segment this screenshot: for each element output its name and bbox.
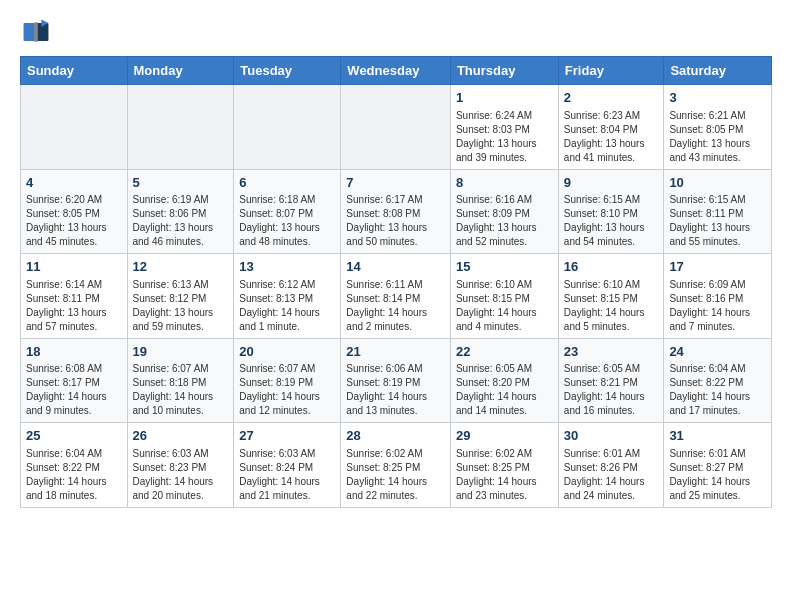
week-row-5: 25Sunrise: 6:04 AM Sunset: 8:22 PM Dayli… — [21, 423, 772, 508]
weekday-header-row: SundayMondayTuesdayWednesdayThursdayFrid… — [21, 57, 772, 85]
calendar-cell: 8Sunrise: 6:16 AM Sunset: 8:09 PM Daylig… — [450, 169, 558, 254]
svg-rect-3 — [34, 22, 38, 42]
day-number: 23 — [564, 343, 659, 361]
day-number: 16 — [564, 258, 659, 276]
weekday-saturday: Saturday — [664, 57, 772, 85]
day-info: Sunrise: 6:04 AM Sunset: 8:22 PM Dayligh… — [669, 362, 766, 418]
calendar-cell: 30Sunrise: 6:01 AM Sunset: 8:26 PM Dayli… — [558, 423, 664, 508]
day-info: Sunrise: 6:03 AM Sunset: 8:23 PM Dayligh… — [133, 447, 229, 503]
calendar-cell: 25Sunrise: 6:04 AM Sunset: 8:22 PM Dayli… — [21, 423, 128, 508]
day-number: 6 — [239, 174, 335, 192]
calendar-cell: 13Sunrise: 6:12 AM Sunset: 8:13 PM Dayli… — [234, 254, 341, 339]
calendar-cell: 23Sunrise: 6:05 AM Sunset: 8:21 PM Dayli… — [558, 338, 664, 423]
day-info: Sunrise: 6:18 AM Sunset: 8:07 PM Dayligh… — [239, 193, 335, 249]
day-number: 1 — [456, 89, 553, 107]
calendar-cell: 2Sunrise: 6:23 AM Sunset: 8:04 PM Daylig… — [558, 85, 664, 170]
calendar-cell — [234, 85, 341, 170]
day-number: 4 — [26, 174, 122, 192]
day-number: 30 — [564, 427, 659, 445]
day-number: 24 — [669, 343, 766, 361]
calendar-cell: 5Sunrise: 6:19 AM Sunset: 8:06 PM Daylig… — [127, 169, 234, 254]
day-info: Sunrise: 6:03 AM Sunset: 8:24 PM Dayligh… — [239, 447, 335, 503]
page: SundayMondayTuesdayWednesdayThursdayFrid… — [0, 0, 792, 524]
day-info: Sunrise: 6:24 AM Sunset: 8:03 PM Dayligh… — [456, 109, 553, 165]
calendar-cell: 22Sunrise: 6:05 AM Sunset: 8:20 PM Dayli… — [450, 338, 558, 423]
day-number: 12 — [133, 258, 229, 276]
week-row-2: 4Sunrise: 6:20 AM Sunset: 8:05 PM Daylig… — [21, 169, 772, 254]
day-info: Sunrise: 6:06 AM Sunset: 8:19 PM Dayligh… — [346, 362, 445, 418]
week-row-4: 18Sunrise: 6:08 AM Sunset: 8:17 PM Dayli… — [21, 338, 772, 423]
day-number: 22 — [456, 343, 553, 361]
weekday-wednesday: Wednesday — [341, 57, 451, 85]
day-info: Sunrise: 6:09 AM Sunset: 8:16 PM Dayligh… — [669, 278, 766, 334]
calendar-cell: 19Sunrise: 6:07 AM Sunset: 8:18 PM Dayli… — [127, 338, 234, 423]
day-number: 2 — [564, 89, 659, 107]
weekday-thursday: Thursday — [450, 57, 558, 85]
day-number: 20 — [239, 343, 335, 361]
day-info: Sunrise: 6:16 AM Sunset: 8:09 PM Dayligh… — [456, 193, 553, 249]
day-info: Sunrise: 6:23 AM Sunset: 8:04 PM Dayligh… — [564, 109, 659, 165]
day-number: 8 — [456, 174, 553, 192]
calendar-cell: 7Sunrise: 6:17 AM Sunset: 8:08 PM Daylig… — [341, 169, 451, 254]
calendar-cell: 21Sunrise: 6:06 AM Sunset: 8:19 PM Dayli… — [341, 338, 451, 423]
day-info: Sunrise: 6:05 AM Sunset: 8:21 PM Dayligh… — [564, 362, 659, 418]
day-number: 28 — [346, 427, 445, 445]
calendar-cell: 24Sunrise: 6:04 AM Sunset: 8:22 PM Dayli… — [664, 338, 772, 423]
day-info: Sunrise: 6:07 AM Sunset: 8:19 PM Dayligh… — [239, 362, 335, 418]
day-info: Sunrise: 6:10 AM Sunset: 8:15 PM Dayligh… — [564, 278, 659, 334]
calendar-cell: 1Sunrise: 6:24 AM Sunset: 8:03 PM Daylig… — [450, 85, 558, 170]
day-info: Sunrise: 6:10 AM Sunset: 8:15 PM Dayligh… — [456, 278, 553, 334]
calendar-cell: 28Sunrise: 6:02 AM Sunset: 8:25 PM Dayli… — [341, 423, 451, 508]
day-number: 7 — [346, 174, 445, 192]
day-number: 14 — [346, 258, 445, 276]
day-number: 3 — [669, 89, 766, 107]
day-number: 18 — [26, 343, 122, 361]
day-number: 5 — [133, 174, 229, 192]
calendar-cell: 16Sunrise: 6:10 AM Sunset: 8:15 PM Dayli… — [558, 254, 664, 339]
day-number: 27 — [239, 427, 335, 445]
calendar-cell: 17Sunrise: 6:09 AM Sunset: 8:16 PM Dayli… — [664, 254, 772, 339]
day-number: 17 — [669, 258, 766, 276]
calendar-cell: 10Sunrise: 6:15 AM Sunset: 8:11 PM Dayli… — [664, 169, 772, 254]
calendar-cell: 12Sunrise: 6:13 AM Sunset: 8:12 PM Dayli… — [127, 254, 234, 339]
day-number: 25 — [26, 427, 122, 445]
weekday-sunday: Sunday — [21, 57, 128, 85]
calendar-cell — [341, 85, 451, 170]
weekday-tuesday: Tuesday — [234, 57, 341, 85]
calendar-cell: 26Sunrise: 6:03 AM Sunset: 8:23 PM Dayli… — [127, 423, 234, 508]
day-info: Sunrise: 6:17 AM Sunset: 8:08 PM Dayligh… — [346, 193, 445, 249]
day-info: Sunrise: 6:15 AM Sunset: 8:11 PM Dayligh… — [669, 193, 766, 249]
week-row-1: 1Sunrise: 6:24 AM Sunset: 8:03 PM Daylig… — [21, 85, 772, 170]
calendar-cell — [127, 85, 234, 170]
day-info: Sunrise: 6:04 AM Sunset: 8:22 PM Dayligh… — [26, 447, 122, 503]
header — [20, 16, 772, 48]
day-number: 13 — [239, 258, 335, 276]
svg-rect-1 — [24, 23, 36, 41]
day-number: 21 — [346, 343, 445, 361]
day-info: Sunrise: 6:19 AM Sunset: 8:06 PM Dayligh… — [133, 193, 229, 249]
calendar-cell: 27Sunrise: 6:03 AM Sunset: 8:24 PM Dayli… — [234, 423, 341, 508]
day-info: Sunrise: 6:12 AM Sunset: 8:13 PM Dayligh… — [239, 278, 335, 334]
day-info: Sunrise: 6:20 AM Sunset: 8:05 PM Dayligh… — [26, 193, 122, 249]
day-number: 31 — [669, 427, 766, 445]
day-number: 10 — [669, 174, 766, 192]
calendar-table: SundayMondayTuesdayWednesdayThursdayFrid… — [20, 56, 772, 508]
calendar-cell: 31Sunrise: 6:01 AM Sunset: 8:27 PM Dayli… — [664, 423, 772, 508]
logo — [20, 16, 56, 48]
day-info: Sunrise: 6:21 AM Sunset: 8:05 PM Dayligh… — [669, 109, 766, 165]
day-number: 11 — [26, 258, 122, 276]
calendar-cell: 4Sunrise: 6:20 AM Sunset: 8:05 PM Daylig… — [21, 169, 128, 254]
calendar-cell: 15Sunrise: 6:10 AM Sunset: 8:15 PM Dayli… — [450, 254, 558, 339]
day-info: Sunrise: 6:13 AM Sunset: 8:12 PM Dayligh… — [133, 278, 229, 334]
weekday-friday: Friday — [558, 57, 664, 85]
weekday-monday: Monday — [127, 57, 234, 85]
day-number: 26 — [133, 427, 229, 445]
day-info: Sunrise: 6:02 AM Sunset: 8:25 PM Dayligh… — [346, 447, 445, 503]
day-info: Sunrise: 6:14 AM Sunset: 8:11 PM Dayligh… — [26, 278, 122, 334]
calendar-cell: 20Sunrise: 6:07 AM Sunset: 8:19 PM Dayli… — [234, 338, 341, 423]
calendar-cell: 6Sunrise: 6:18 AM Sunset: 8:07 PM Daylig… — [234, 169, 341, 254]
week-row-3: 11Sunrise: 6:14 AM Sunset: 8:11 PM Dayli… — [21, 254, 772, 339]
day-info: Sunrise: 6:02 AM Sunset: 8:25 PM Dayligh… — [456, 447, 553, 503]
logo-icon — [20, 16, 52, 48]
day-info: Sunrise: 6:01 AM Sunset: 8:26 PM Dayligh… — [564, 447, 659, 503]
